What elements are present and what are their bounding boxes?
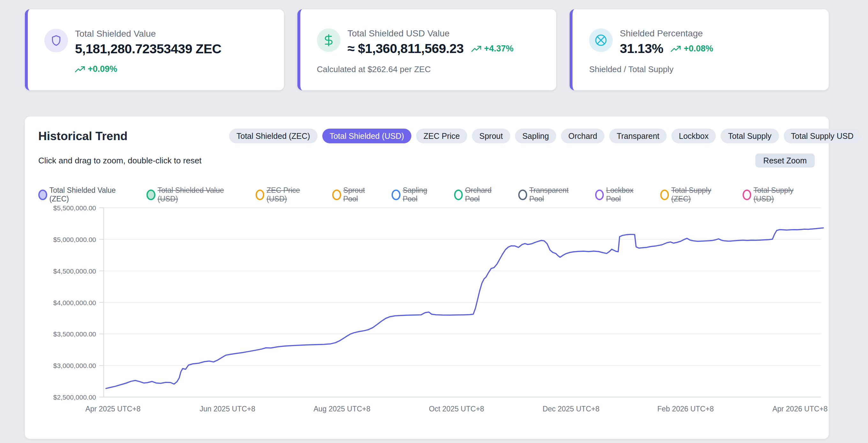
historical-trend-chart[interactable]: $5,500,000.00$5,000,000.00$4,500,000.00$… <box>38 204 842 415</box>
x-tick-label: Dec 2025 UTC+8 <box>542 405 599 413</box>
stat-cards-row: Total Shielded Value 5,181,280.72353439 … <box>25 0 829 90</box>
legend-label: Sapling Pool <box>403 186 443 203</box>
y-tick-label: $3,000,000.00 <box>53 362 96 369</box>
legend-marker-icon <box>147 190 155 200</box>
y-tick-label: $4,000,000.00 <box>53 299 96 307</box>
legend-label: Total Shielded Value (USD) <box>158 186 245 203</box>
legend-marker-icon <box>595 190 604 200</box>
card-title: Total Shielded USD Value <box>347 28 514 39</box>
legend-item-total-shielded-value-usd[interactable]: Total Shielded Value (USD) <box>147 186 245 203</box>
tab-sprout[interactable]: Sprout <box>472 129 510 143</box>
tab-sapling[interactable]: Sapling <box>515 129 556 143</box>
legend-marker-icon <box>38 190 47 200</box>
legend-label: Total Supply (ZEC) <box>671 186 732 203</box>
legend-marker-icon <box>518 190 527 200</box>
y-tick-label: $2,500,000.00 <box>53 393 96 401</box>
card-title: Total Shielded Value <box>75 29 221 39</box>
tab-total-supply-usd[interactable]: Total Supply USD <box>784 129 861 143</box>
legend-label: Transparent Pool <box>529 186 584 203</box>
x-tick-label: Apr 2026 UTC+8 <box>772 405 828 413</box>
shield-icon <box>44 29 68 52</box>
legend-item-orchard-pool[interactable]: Orchard Pool <box>454 186 507 203</box>
chart-legend: Total Shielded Value (ZEC)Total Shielded… <box>38 186 815 203</box>
page-content: Total Shielded Value 5,181,280.72353439 … <box>25 0 829 439</box>
y-tick-label: $3,500,000.00 <box>53 330 96 338</box>
legend-item-total-supply-usd[interactable]: Total Supply (USD) <box>743 186 815 203</box>
x-tick-label: Oct 2025 UTC+8 <box>429 405 484 413</box>
tab-total-shielded-usd[interactable]: Total Shielded (USD) <box>322 129 411 143</box>
card-title: Shielded Percentage <box>620 28 713 39</box>
x-tick-label: Apr 2025 UTC+8 <box>85 405 141 413</box>
trending-up-icon <box>471 45 482 53</box>
x-tick-label: Jun 2025 UTC+8 <box>200 405 256 413</box>
legend-item-lockbox-pool[interactable]: Lockbox Pool <box>595 186 649 203</box>
legend-marker-icon <box>660 190 669 200</box>
card-change: +4.37% <box>471 44 514 54</box>
card-value: 5,181,280.72353439 ZEC <box>75 41 221 57</box>
legend-marker-icon <box>454 190 463 200</box>
card-subtext: Calculated at $262.64 per ZEC <box>317 64 544 74</box>
card-shielded-percentage: Shielded Percentage 31.13% +0.08% Shield… <box>569 9 829 90</box>
tab-total-shielded-zec[interactable]: Total Shielded (ZEC) <box>229 129 317 143</box>
card-change-text: +0.08% <box>684 44 713 54</box>
legend-marker-icon <box>332 190 341 200</box>
card-change-text: +0.09% <box>88 64 117 74</box>
y-tick-label: $5,500,000.00 <box>53 204 96 212</box>
card-subtext: Shielded / Total Supply <box>589 64 816 74</box>
card-change: +0.09% <box>75 64 271 74</box>
legend-marker-icon <box>256 190 265 200</box>
tab-orchard[interactable]: Orchard <box>561 129 604 143</box>
trending-up-icon <box>671 45 681 53</box>
legend-marker-icon <box>392 190 401 200</box>
legend-item-total-supply-zec[interactable]: Total Supply (ZEC) <box>660 186 732 203</box>
legend-item-transparent-pool[interactable]: Transparent Pool <box>518 186 584 203</box>
tab-zec-price[interactable]: ZEC Price <box>416 129 467 143</box>
legend-label: Orchard Pool <box>465 186 507 203</box>
legend-label: Total Supply (USD) <box>753 186 815 203</box>
legend-label: Lockbox Pool <box>606 186 649 203</box>
historical-trend-panel: Historical Trend Total Shielded (ZEC)Tot… <box>25 117 829 439</box>
legend-label: ZEC Price (USD) <box>267 186 321 203</box>
card-change: +0.08% <box>671 44 713 54</box>
tab-total-supply[interactable]: Total Supply <box>720 129 779 143</box>
card-total-shielded-value: Total Shielded Value 5,181,280.72353439 … <box>25 9 284 90</box>
reset-zoom-button[interactable]: Reset Zoom <box>755 154 815 167</box>
legend-label: Sprout Pool <box>343 186 381 203</box>
circle-x-icon <box>589 28 613 52</box>
legend-item-sapling-pool[interactable]: Sapling Pool <box>392 186 443 203</box>
tab-lockbox[interactable]: Lockbox <box>672 129 716 143</box>
card-total-shielded-usd: Total Shielded USD Value ≈ $1,360,811,56… <box>298 9 557 90</box>
card-change-text: +4.37% <box>484 44 514 54</box>
panel-title: Historical Trend <box>38 129 229 143</box>
y-tick-label: $4,500,000.00 <box>53 267 96 275</box>
zoom-hint-text: Click and drag to zoom, double-click to … <box>38 156 202 166</box>
y-tick-label: $5,000,000.00 <box>53 236 96 243</box>
card-value: 31.13% <box>620 41 663 56</box>
dollar-icon <box>317 28 341 52</box>
chart-line-total-shielded-value-zec <box>106 228 823 388</box>
chart-series-tabs: Total Shielded (ZEC)Total Shielded (USD)… <box>229 129 861 143</box>
trending-up-icon <box>75 65 85 73</box>
legend-item-total-shielded-value-zec[interactable]: Total Shielded Value (ZEC) <box>38 186 135 203</box>
legend-marker-icon <box>743 190 751 200</box>
x-tick-label: Feb 2026 UTC+8 <box>657 405 714 413</box>
card-value: ≈ $1,360,811,569.23 <box>347 41 464 56</box>
legend-item-zec-price-usd[interactable]: ZEC Price (USD) <box>256 186 321 203</box>
legend-label: Total Shielded Value (ZEC) <box>50 186 135 203</box>
tab-transparent[interactable]: Transparent <box>609 129 666 143</box>
x-tick-label: Aug 2025 UTC+8 <box>313 405 370 413</box>
legend-item-sprout-pool[interactable]: Sprout Pool <box>332 186 381 203</box>
